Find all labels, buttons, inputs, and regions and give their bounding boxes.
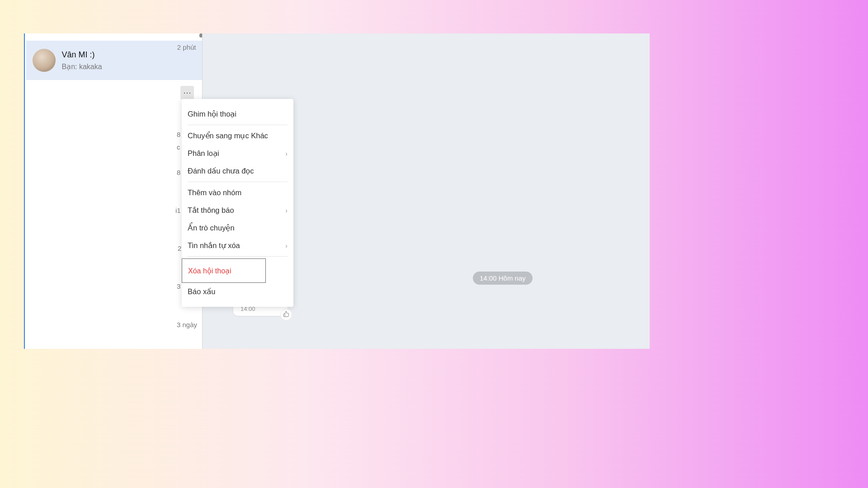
more-options-button[interactable]: ⋯ [180,86,194,99]
conversation-text: Vân MI :) Bạn: kakaka [62,50,177,71]
background-gradient: Vân MI :) Bạn: kakaka 2 phút ⋯ 8 p c 8 p… [0,0,868,488]
ellipsis-icon: ⋯ [183,88,192,98]
menu-separator [188,125,288,125]
menu-item-label: Đánh dấu chưa đọc [188,167,254,175]
menu-item-add-group[interactable]: Thêm vào nhóm [188,184,288,202]
menu-item-self-delete[interactable]: Tin nhắn tự xóa › [188,237,288,254]
menu-item-mark-unread[interactable]: Đánh dấu chưa đọc [188,162,288,180]
menu-item-label: Ghim hội thoại [188,110,236,118]
conversation-context-menu: Ghim hội thoại Chuyển sang mục Khác Phân… [182,99,293,307]
avatar [33,49,56,72]
list-item-fragment: c [177,143,180,151]
conversation-time: 2 phút [177,43,196,51]
menu-item-label: Thêm vào nhóm [188,188,241,197]
date-separator-pill: 14:00 Hôm nay [473,272,533,285]
chevron-right-icon: › [285,207,288,214]
menu-item-label: Tin nhắn tự xóa [188,241,240,250]
chevron-right-icon: › [285,242,288,249]
menu-item-label: Phân loại [188,149,219,158]
list-item-time: 3 ngày [177,321,197,328]
highlight-overlay [25,80,175,349]
menu-item-pin[interactable]: Ghim hội thoại [188,105,288,123]
menu-item-hide[interactable]: Ẩn trò chuyện [188,219,288,237]
menu-item-label: Xóa hội thoại [188,267,231,275]
menu-item-label: Tắt thông báo [188,206,234,215]
conversation-preview: Bạn: kakaka [62,62,177,71]
conversation-name: Vân MI :) [62,50,177,60]
menu-item-move-other[interactable]: Chuyển sang mục Khác [188,127,288,145]
menu-separator [188,182,288,182]
chevron-right-icon: › [285,150,288,157]
menu-item-delete-highlighted[interactable]: Xóa hội thoại [182,258,266,283]
menu-item-mute[interactable]: Tắt thông báo › [188,202,288,219]
reaction-button[interactable] [280,309,292,320]
app-window: Vân MI :) Bạn: kakaka 2 phút ⋯ 8 p c 8 p… [24,33,650,349]
conversation-item-selected[interactable]: Vân MI :) Bạn: kakaka 2 phút [26,41,203,80]
menu-item-label: Báo xấu [188,287,215,296]
menu-item-categorize[interactable]: Phân loại › [188,145,288,162]
conversation-sidebar: Vân MI :) Bạn: kakaka 2 phút ⋯ 8 p c 8 p… [24,33,202,349]
menu-item-label: Ẩn trò chuyện [188,224,235,232]
menu-separator [188,256,288,257]
menu-item-report[interactable]: Báo xấu [188,283,288,300]
thumbs-up-icon [283,311,289,319]
menu-item-label: Chuyển sang mục Khác [188,131,268,140]
